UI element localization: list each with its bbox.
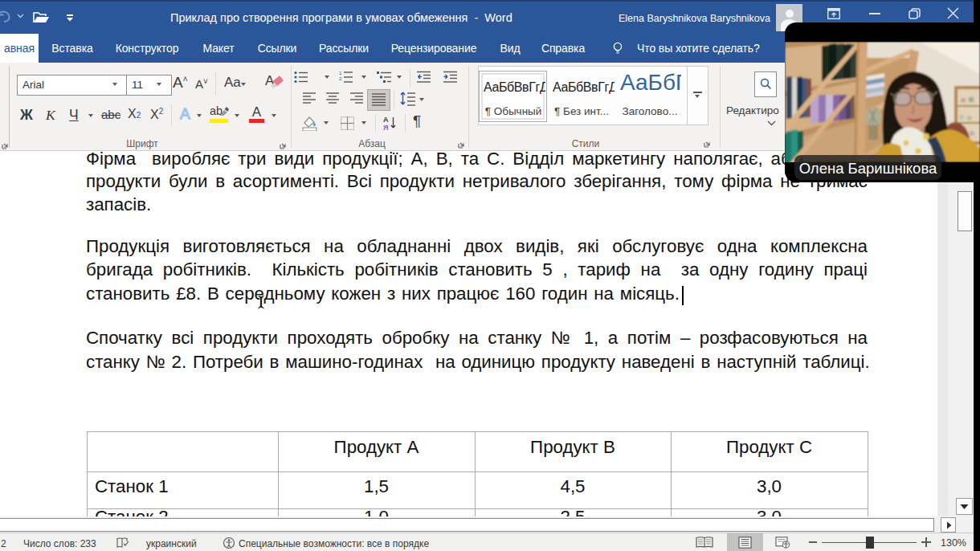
svg-text:1: 1 xyxy=(339,71,342,76)
svg-text:2: 2 xyxy=(339,76,342,81)
svg-text:А: А xyxy=(383,116,389,124)
svg-text:Я: Я xyxy=(383,124,388,131)
